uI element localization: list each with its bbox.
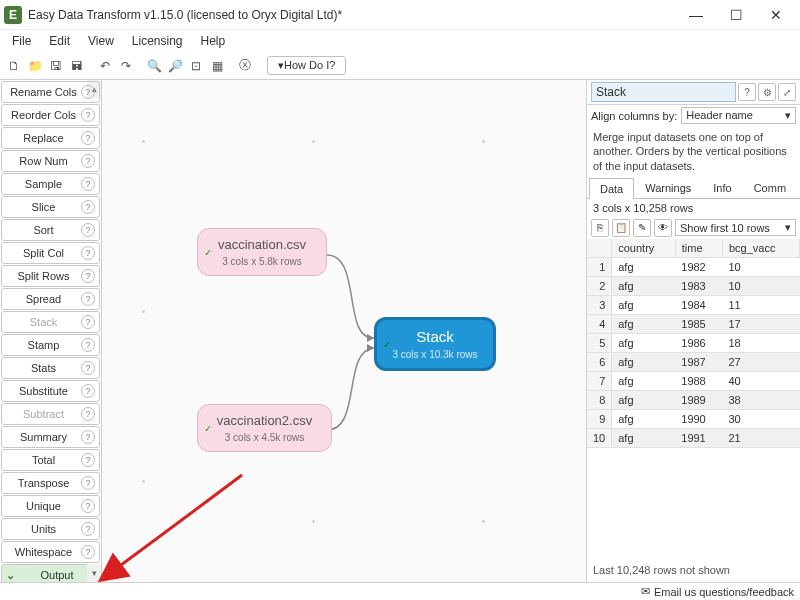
menu-view[interactable]: View — [80, 32, 122, 50]
transform-unique[interactable]: Unique? — [1, 495, 100, 517]
transform-row-num[interactable]: Row Num? — [1, 150, 100, 172]
help-icon[interactable]: ? — [81, 108, 95, 122]
grid-icon[interactable]: ▦ — [207, 56, 227, 76]
help-icon[interactable]: ? — [81, 545, 95, 559]
paste-icon[interactable]: 📋 — [612, 219, 630, 237]
help-icon[interactable]: ? — [81, 476, 95, 490]
help-icon[interactable]: ? — [81, 154, 95, 168]
help-icon[interactable]: ? — [81, 85, 95, 99]
align-columns-select[interactable]: Header name ▾ — [681, 107, 796, 124]
menu-licensing[interactable]: Licensing — [124, 32, 191, 50]
col-header-country[interactable]: country — [612, 239, 676, 258]
edit-icon[interactable]: ✎ — [633, 219, 651, 237]
settings-icon[interactable]: ⚙ — [758, 83, 776, 101]
table-row[interactable]: 1afg198210 — [587, 257, 800, 276]
help-icon[interactable]: ? — [81, 499, 95, 513]
maximize-button[interactable]: ☐ — [716, 1, 756, 29]
undo-icon[interactable]: ↶ — [95, 56, 115, 76]
copy-icon[interactable]: ⎘ — [591, 219, 609, 237]
tab-info[interactable]: Info — [702, 177, 742, 198]
help-icon[interactable]: ? — [81, 223, 95, 237]
help-icon[interactable]: ? — [81, 269, 95, 283]
transform-stats[interactable]: Stats? — [1, 357, 100, 379]
feedback-link[interactable]: Email us questions/feedback — [654, 586, 794, 598]
table-row[interactable]: 10afg199121 — [587, 428, 800, 447]
menu-edit[interactable]: Edit — [41, 32, 78, 50]
help-icon[interactable]: ? — [81, 430, 95, 444]
help-icon[interactable]: ? — [738, 83, 756, 101]
transform-whitespace[interactable]: Whitespace? — [1, 541, 100, 563]
help-icon[interactable]: ? — [81, 292, 95, 306]
table-row[interactable]: 7afg198840 — [587, 371, 800, 390]
how-do-i-button[interactable]: ▾How Do I? — [267, 56, 346, 75]
delete-icon[interactable]: ⓧ — [235, 56, 255, 76]
help-icon[interactable]: ? — [81, 522, 95, 536]
col-header-time[interactable]: time — [675, 239, 722, 258]
view-icon[interactable]: 👁 — [654, 219, 672, 237]
transform-total[interactable]: Total? — [1, 449, 100, 471]
transform-description: Merge input datasets one on top of anoth… — [587, 126, 800, 177]
node-title: Stack — [391, 328, 479, 345]
help-icon[interactable]: ? — [81, 315, 95, 329]
table-row[interactable]: 6afg198727 — [587, 352, 800, 371]
transform-units[interactable]: Units? — [1, 518, 100, 540]
transform-replace[interactable]: Replace? — [1, 127, 100, 149]
tab-warnings[interactable]: Warnings — [634, 177, 702, 198]
open-icon[interactable]: 📁 — [25, 56, 45, 76]
close-button[interactable]: ✕ — [756, 1, 796, 29]
menu-file[interactable]: File — [4, 32, 39, 50]
transform-substitute[interactable]: Substitute? — [1, 380, 100, 402]
node-stack[interactable]: ✓ Stack 3 cols x 10.3k rows — [374, 317, 496, 371]
transform-split-rows[interactable]: Split Rows? — [1, 265, 100, 287]
help-icon[interactable]: ? — [81, 200, 95, 214]
help-icon[interactable]: ? — [81, 338, 95, 352]
transform-rename-cols[interactable]: Rename Cols? — [1, 81, 100, 103]
show-rows-select[interactable]: Show first 10 rows▾ — [675, 219, 796, 236]
transform-spread[interactable]: Spread? — [1, 288, 100, 310]
table-row[interactable]: 5afg198618 — [587, 333, 800, 352]
saveas-icon[interactable]: 🖬 — [67, 56, 87, 76]
help-icon[interactable]: ? — [81, 453, 95, 467]
sidebar-scroll-down[interactable]: ▾ — [87, 564, 101, 582]
zoom-in-icon[interactable]: 🔎 — [165, 56, 185, 76]
expand-icon[interactable]: ⤢ — [778, 83, 796, 101]
help-icon[interactable]: ? — [81, 384, 95, 398]
zoom-out-icon[interactable]: 🔍 — [144, 56, 164, 76]
transform-subtract[interactable]: Subtract? — [1, 403, 100, 425]
table-row[interactable]: 8afg198938 — [587, 390, 800, 409]
node-name-field[interactable]: Stack — [591, 82, 736, 102]
node-vaccination-csv[interactable]: ✓ vaccination.csv 3 cols x 5.8k rows — [197, 228, 327, 276]
table-row[interactable]: 9afg199030 — [587, 409, 800, 428]
transform-slice[interactable]: Slice? — [1, 196, 100, 218]
help-icon[interactable]: ? — [81, 361, 95, 375]
canvas[interactable]: ✓ vaccination.csv 3 cols x 5.8k rows ✓ v… — [102, 80, 586, 582]
zoom-fit-icon[interactable]: ⊡ — [186, 56, 206, 76]
redo-icon[interactable]: ↷ — [116, 56, 136, 76]
transform-split-col[interactable]: Split Col? — [1, 242, 100, 264]
transform-sort[interactable]: Sort? — [1, 219, 100, 241]
col-header-bcg-vacc[interactable]: bcg_vacc — [722, 239, 799, 258]
help-icon[interactable]: ? — [81, 407, 95, 421]
output-section-header[interactable]: ⌄Output — [1, 564, 100, 582]
transform-stamp[interactable]: Stamp? — [1, 334, 100, 356]
table-row[interactable]: 4afg198517 — [587, 314, 800, 333]
transform-reorder-cols[interactable]: Reorder Cols? — [1, 104, 100, 126]
tab-comments[interactable]: Comm — [743, 177, 797, 198]
transform-summary[interactable]: Summary? — [1, 426, 100, 448]
node-subtitle: 3 cols x 10.3k rows — [391, 349, 479, 360]
table-row[interactable]: 2afg198310 — [587, 276, 800, 295]
node-vaccination2-csv[interactable]: ✓ vaccination2.csv 3 cols x 4.5k rows — [197, 404, 332, 452]
save-icon[interactable]: 🖫 — [46, 56, 66, 76]
tab-data[interactable]: Data — [589, 178, 634, 199]
help-icon[interactable]: ? — [81, 177, 95, 191]
minimize-button[interactable]: — — [676, 1, 716, 29]
menu-help[interactable]: Help — [193, 32, 234, 50]
help-icon[interactable]: ? — [81, 131, 95, 145]
table-row[interactable]: 3afg198411 — [587, 295, 800, 314]
transform-transpose[interactable]: Transpose? — [1, 472, 100, 494]
mail-icon[interactable]: ✉ — [641, 585, 650, 598]
help-icon[interactable]: ? — [81, 246, 95, 260]
transform-sample[interactable]: Sample? — [1, 173, 100, 195]
transform-stack[interactable]: Stack? — [1, 311, 100, 333]
new-icon[interactable]: 🗋 — [4, 56, 24, 76]
